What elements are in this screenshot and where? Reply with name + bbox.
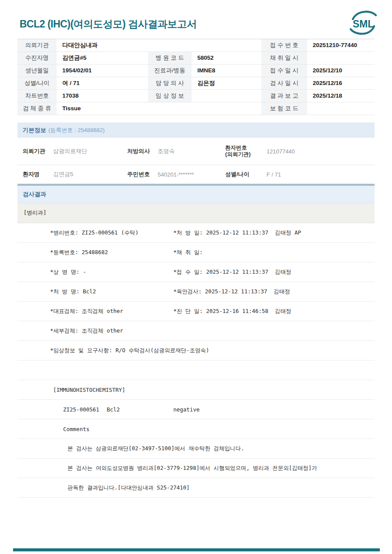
field-label: 결 과 보 고 [261, 90, 307, 102]
field-label: 주민번호 [127, 170, 158, 178]
field-value: Tissue [57, 102, 259, 115]
field-label: 접 수 번 호 [261, 39, 307, 51]
field-value [307, 52, 375, 64]
field-label: 차트번호 [17, 90, 57, 102]
field-value: 17038 [57, 90, 148, 102]
field-value: 58052 [192, 52, 259, 64]
registration-number: (등록번호 : 25488682) [48, 126, 105, 134]
field-label: 채 취 일 시 [261, 52, 307, 64]
result-text: *육안검사: 2025-12-12 11:13:37 김태정 [173, 288, 290, 296]
field-label: 성별/나이 [225, 170, 267, 178]
field-label: 환자명 [23, 170, 53, 178]
specimen-number: ZI25-000561 [63, 406, 99, 413]
basic-info-section: 기본정보 (등록번호 : 25488682) 의뢰기관 삼광의료재단 처방의사 … [17, 122, 375, 184]
basic-info-cell: 처방의사 조영숙 [127, 147, 225, 155]
result-line: *세부검체: 조직검체 other [17, 321, 375, 341]
result-line: *임상정보 및 요구사항: R/O 수탁검사(삼광의료재단-조영숙) [17, 341, 375, 360]
field-value: 2025/12/16 [307, 77, 375, 89]
field-value: F / 71 [267, 171, 281, 178]
result-line: [IMMUNOHISTOCHEMISTRY] [17, 380, 375, 400]
field-value: 1954/02/01 [57, 65, 148, 77]
footer-bar [13, 548, 380, 551]
report-page: BCL2 (IHC)(여의도성모) 검사결과보고서 SML 의뢰기관 다대안심내… [0, 0, 392, 554]
test-name: Bcl2 [107, 406, 120, 413]
result-text: *처 방 일: 2025-12-12 11:13:37 김태정 AP [173, 229, 301, 237]
comment-text: 본 검사는 삼광의료재단[02-3497-5100]에서 재수탁한 검체입니다. [68, 445, 244, 452]
result-text: *채 취 일: [173, 249, 203, 256]
result-line: 본 검사는 여의도성모병원 병리과[02-3779-1298]에서 시행되었으며… [17, 459, 375, 478]
patient-info-table: 의뢰기관 다대안심내과 접 수 번 호 20251210-77440 수진자명 … [17, 39, 375, 115]
table-row: 차트번호 17038 임 상 정 보 결 과 보 고 2025/12/18 [17, 90, 375, 102]
results-header: 검사결과 [17, 186, 375, 203]
basic-info-row: 환자명 김연금5 주민번호 540201-******* 성별/나이 F / 7… [17, 165, 375, 184]
page-title: BCL2 (IHC)(여의도성모) 검사결과보고서 [20, 17, 197, 31]
basic-info-row: 의뢰기관 삼광의료재단 처방의사 조영숙 환자번호 (의뢰기관) 1210774… [17, 138, 375, 165]
field-label-line1: 환자번호 [225, 145, 267, 151]
comment-text: 본 검사는 여의도성모병원 병리과[02-3779-1298]에서 시행되었으며… [68, 465, 317, 472]
basic-info-cell: 주민번호 540201-******* [127, 170, 225, 178]
table-row: 검 체 종 류 Tissue 보 험 코 드 [17, 102, 375, 115]
field-label: 임 상 정 보 [148, 90, 192, 102]
result-line: *상 병 명: - *접 수 일: 2025-12-12 11:13:37 김태… [17, 262, 375, 282]
field-label: 성별/나이 [17, 77, 57, 89]
department-label: [병리과] [24, 209, 47, 217]
basic-info-cell: 성별/나이 F / 71 [225, 170, 375, 178]
results-title: 검사결과 [23, 190, 46, 198]
comments-label: Comments [63, 426, 89, 432]
result-text: *상 병 명: - [50, 269, 86, 276]
result-text: *등록번호: 25488682 [50, 249, 108, 256]
result-text: *임상정보 및 요구사항: R/O 수탁검사(삼광의료재단-조영숙) [50, 347, 209, 354]
field-value: 2025/12/18 [307, 90, 375, 102]
basic-info-title: 기본정보 [23, 126, 46, 134]
field-value: IMNE8 [192, 65, 259, 77]
result-line-empty [17, 360, 375, 380]
result-text: *진 단 일: 2025-12-16 11:46:58 김태정 [173, 308, 291, 315]
field-value: 121077440 [267, 148, 295, 155]
result-text: *처 방 명: Bcl2 [50, 288, 96, 296]
field-value: 김은정 [192, 77, 259, 89]
test-result: negative [173, 406, 199, 413]
field-label: 병 원 코 드 [148, 52, 192, 64]
field-value: 20251210-77440 [307, 39, 375, 51]
department-row: [병리과] [17, 203, 375, 223]
field-value: 김연금#5 [57, 52, 148, 64]
table-row: 생년월일 1954/02/01 진료과/병동 IMNE8 접 수 일 시 202… [17, 65, 375, 77]
result-line: *등록번호: 25488682 *채 취 일: [17, 243, 375, 262]
field-label: 검 체 종 류 [17, 102, 57, 115]
basic-info-cell: 의뢰기관 삼광의료재단 [23, 147, 127, 155]
field-value: 김연금5 [53, 170, 73, 178]
field-label-line2: (의뢰기관) [225, 151, 267, 158]
result-line: Comments [17, 419, 375, 439]
field-value [307, 102, 375, 115]
result-line: 판독한 결과입니다.[다대안심내과 S25-27410] [17, 478, 375, 498]
table-row: 의뢰기관 다대안심내과 접 수 번 호 20251210-77440 [17, 39, 375, 52]
basic-info-header: 기본정보 (등록번호 : 25488682) [17, 122, 375, 138]
result-text: *접 수 일: 2025-12-12 11:13:37 김태정 [173, 269, 291, 276]
result-text: *병리번호: ZI25-000561 (수탁) [50, 229, 139, 237]
field-value: 여 / 71 [57, 77, 148, 89]
result-line: 본 검사는 삼광의료재단[02-3497-5100]에서 재수탁한 검체입니다. [17, 439, 375, 459]
sml-logo: SML [348, 9, 378, 37]
field-value: 540201-******* [158, 171, 194, 178]
result-line: *대표검체: 조직검체 other *진 단 일: 2025-12-16 11:… [17, 302, 375, 321]
field-label: 수진자명 [17, 52, 57, 64]
basic-info-cell: 환자명 김연금5 [23, 170, 127, 178]
basic-info-cell: 환자번호 (의뢰기관) 121077440 [225, 145, 375, 158]
results-section: 검사결과 [병리과] *병리번호: ZI25-000561 (수탁) *처 방 … [17, 186, 375, 498]
result-line: *병리번호: ZI25-000561 (수탁) *처 방 일: 2025-12-… [17, 223, 375, 243]
field-label: 검 사 일 시 [261, 77, 307, 89]
comment-text: 판독한 결과입니다.[다대안심내과 S25-27410] [68, 484, 189, 492]
field-label: 생년월일 [17, 65, 57, 77]
field-label: 의뢰기관 [17, 39, 57, 51]
result-line: *처 방 명: Bcl2 *육안검사: 2025-12-12 11:13:37 … [17, 282, 375, 302]
sml-logo-text: SML [348, 18, 378, 30]
field-label: 의뢰기관 [23, 147, 53, 155]
result-line: ZI25-000561 Bcl2 negative [17, 400, 375, 419]
field-label: 접 수 일 시 [261, 65, 307, 77]
field-value [192, 90, 259, 102]
field-value: 2025/12/10 [307, 65, 375, 77]
field-label: 환자번호 (의뢰기관) [225, 145, 267, 158]
result-text: *세부검체: 조직검체 other [50, 327, 123, 335]
field-value: 조영숙 [158, 147, 175, 155]
table-row: 수진자명 김연금#5 병 원 코 드 58052 채 취 일 시 [17, 52, 375, 65]
